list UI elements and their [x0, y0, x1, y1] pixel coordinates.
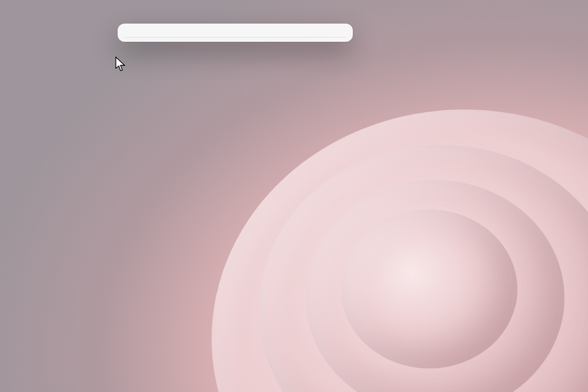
context-menu-toolbar	[121, 28, 349, 35]
mouse-cursor	[115, 57, 126, 72]
context-menu	[118, 24, 353, 42]
desktop-area[interactable]	[0, 0, 588, 392]
separator	[125, 37, 346, 38]
